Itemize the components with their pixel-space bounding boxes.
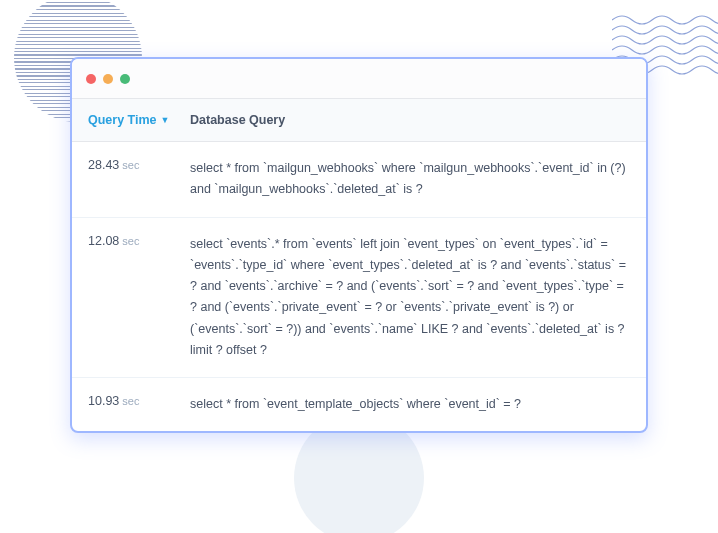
query-time-value: 28.43 — [88, 158, 119, 172]
header-query-time-label: Query Time — [88, 113, 157, 127]
table-body: 28.43 secselect * from `mailgun_webhooks… — [72, 142, 646, 431]
column-header-query-time[interactable]: Query Time ▼ — [72, 99, 190, 141]
database-query-cell: select * from `event_template_objects` w… — [190, 378, 646, 431]
column-header-database-query[interactable]: Database Query — [190, 99, 646, 141]
query-results-window: Query Time ▼ Database Query 28.43 secsel… — [70, 57, 648, 433]
table-row: 12.08 secselect `events`.* from `events`… — [72, 218, 646, 379]
close-icon[interactable] — [86, 74, 96, 84]
minimize-icon[interactable] — [103, 74, 113, 84]
database-query-cell: select `events`.* from `events` left joi… — [190, 218, 646, 378]
query-time-cell: 10.93 sec — [72, 378, 190, 431]
query-time-unit: sec — [119, 159, 139, 171]
query-time-value: 10.93 — [88, 394, 119, 408]
database-query-cell: select * from `mailgun_webhooks` where `… — [190, 142, 646, 217]
table-row: 28.43 secselect * from `mailgun_webhooks… — [72, 142, 646, 218]
header-database-query-label: Database Query — [190, 113, 285, 127]
query-time-cell: 28.43 sec — [72, 142, 190, 217]
sort-descending-icon: ▼ — [161, 115, 170, 125]
query-time-unit: sec — [119, 235, 139, 247]
query-time-value: 12.08 — [88, 234, 119, 248]
query-time-cell: 12.08 sec — [72, 218, 190, 378]
table-header-row: Query Time ▼ Database Query — [72, 99, 646, 142]
query-time-unit: sec — [119, 395, 139, 407]
maximize-icon[interactable] — [120, 74, 130, 84]
table-row: 10.93 secselect * from `event_template_o… — [72, 378, 646, 431]
window-titlebar — [72, 59, 646, 99]
